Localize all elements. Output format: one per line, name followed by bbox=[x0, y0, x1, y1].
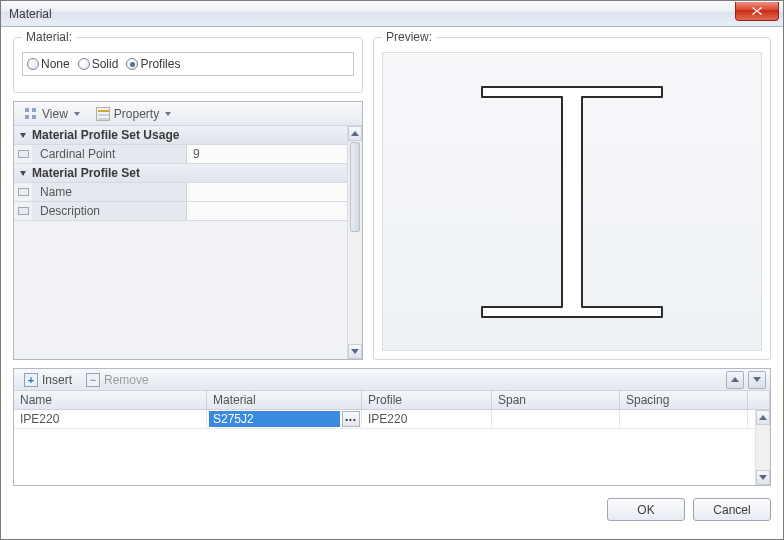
remove-button[interactable]: − Remove bbox=[80, 371, 155, 389]
row-icon bbox=[18, 207, 29, 215]
arrow-down-icon bbox=[753, 377, 761, 382]
group-profile-set-usage[interactable]: Material Profile Set Usage bbox=[14, 126, 347, 145]
col-material[interactable]: Material bbox=[207, 391, 362, 409]
scroll-up-button[interactable] bbox=[348, 126, 362, 141]
plus-icon: + bbox=[24, 373, 38, 387]
property-icon bbox=[96, 107, 110, 121]
radio-profiles[interactable]: Profiles bbox=[126, 57, 180, 71]
close-button[interactable] bbox=[735, 2, 779, 21]
window-title: Material bbox=[9, 7, 52, 21]
property-toolbar: View Property bbox=[14, 102, 362, 126]
row-cardinal-point[interactable]: Cardinal Point 9 bbox=[14, 145, 347, 164]
group2-label: Material Profile Set bbox=[32, 166, 140, 180]
col-pad bbox=[748, 391, 770, 409]
cell-profile[interactable]: IPE220 bbox=[362, 410, 492, 428]
view-icon bbox=[24, 107, 38, 121]
cardinal-point-key: Cardinal Point bbox=[32, 145, 187, 163]
profile-list-panel: + Insert − Remove Name Material Profile bbox=[13, 368, 771, 486]
group-profile-set[interactable]: Material Profile Set bbox=[14, 164, 347, 183]
cell-span[interactable] bbox=[492, 410, 620, 428]
radio-solid-label: Solid bbox=[92, 57, 119, 71]
move-up-button[interactable] bbox=[726, 371, 744, 389]
preview-panel: Preview: bbox=[373, 37, 771, 360]
row-name[interactable]: Name bbox=[14, 183, 347, 202]
arrow-up-icon bbox=[351, 131, 359, 136]
chevron-down-icon bbox=[165, 112, 171, 116]
radio-solid[interactable]: Solid bbox=[78, 57, 119, 71]
remove-label: Remove bbox=[104, 373, 149, 387]
material-picker-button[interactable]: ••• bbox=[342, 411, 360, 427]
radio-none-indicator bbox=[27, 58, 39, 70]
material-fieldset-label: Material: bbox=[22, 30, 76, 44]
material-fieldset: Material: None Solid Profiles bbox=[13, 37, 363, 93]
preview-label: Preview: bbox=[382, 30, 436, 44]
material-radio-group: None Solid Profiles bbox=[22, 52, 354, 76]
radio-profiles-indicator bbox=[126, 58, 138, 70]
property-panel: View Property Mate bbox=[13, 101, 363, 360]
description-value[interactable] bbox=[187, 202, 347, 220]
col-profile[interactable]: Profile bbox=[362, 391, 492, 409]
table-header: Name Material Profile Span Spacing bbox=[14, 391, 770, 410]
cancel-label: Cancel bbox=[713, 503, 750, 517]
cell-material[interactable]: S275J2 ••• bbox=[207, 410, 362, 428]
ok-button[interactable]: OK bbox=[607, 498, 685, 521]
table-scrollbar[interactable] bbox=[755, 410, 770, 485]
table-body: IPE220 S275J2 ••• IPE220 bbox=[14, 410, 770, 485]
radio-profiles-label: Profiles bbox=[140, 57, 180, 71]
preview-canvas bbox=[382, 52, 762, 351]
row-description[interactable]: Description bbox=[14, 202, 347, 221]
radio-solid-indicator bbox=[78, 58, 90, 70]
dialog-footer: OK Cancel bbox=[13, 494, 771, 521]
property-dropdown[interactable]: Property bbox=[90, 104, 177, 124]
cardinal-point-value[interactable]: 9 bbox=[187, 145, 347, 163]
scroll-down-button[interactable] bbox=[348, 344, 362, 359]
material-dialog: Material Material: None bbox=[0, 0, 784, 540]
close-icon bbox=[751, 6, 763, 16]
move-down-button[interactable] bbox=[748, 371, 766, 389]
scroll-thumb[interactable] bbox=[350, 142, 360, 232]
property-grid: Material Profile Set Usage Cardinal Poin… bbox=[14, 126, 362, 359]
table-row[interactable]: IPE220 S275J2 ••• IPE220 bbox=[14, 410, 770, 429]
titlebar: Material bbox=[1, 1, 783, 27]
group1-label: Material Profile Set Usage bbox=[32, 128, 179, 142]
row-icon bbox=[18, 150, 29, 158]
arrow-up-icon bbox=[731, 377, 739, 382]
arrow-down-icon bbox=[759, 475, 767, 480]
material-value-selected: S275J2 bbox=[209, 411, 340, 427]
scroll-down-button[interactable] bbox=[756, 470, 770, 485]
ibeam-icon bbox=[447, 67, 697, 337]
property-label: Property bbox=[114, 107, 159, 121]
cell-name[interactable]: IPE220 bbox=[14, 410, 207, 428]
cancel-button[interactable]: Cancel bbox=[693, 498, 771, 521]
radio-none-label: None bbox=[41, 57, 70, 71]
cell-spacing[interactable] bbox=[620, 410, 748, 428]
row-icon bbox=[18, 188, 29, 196]
scroll-up-button[interactable] bbox=[756, 410, 770, 425]
collapse-icon bbox=[20, 171, 26, 176]
description-key: Description bbox=[32, 202, 187, 220]
ok-label: OK bbox=[637, 503, 654, 517]
radio-none[interactable]: None bbox=[27, 57, 70, 71]
collapse-icon bbox=[20, 133, 26, 138]
view-dropdown[interactable]: View bbox=[18, 104, 86, 124]
arrow-up-icon bbox=[759, 415, 767, 420]
name-key: Name bbox=[32, 183, 187, 201]
view-label: View bbox=[42, 107, 68, 121]
col-span[interactable]: Span bbox=[492, 391, 620, 409]
col-name[interactable]: Name bbox=[14, 391, 207, 409]
insert-button[interactable]: + Insert bbox=[18, 371, 78, 389]
list-toolbar: + Insert − Remove bbox=[14, 369, 770, 391]
chevron-down-icon bbox=[74, 112, 80, 116]
property-scrollbar[interactable] bbox=[347, 126, 362, 359]
col-spacing[interactable]: Spacing bbox=[620, 391, 748, 409]
name-value[interactable] bbox=[187, 183, 347, 201]
insert-label: Insert bbox=[42, 373, 72, 387]
minus-icon: − bbox=[86, 373, 100, 387]
arrow-down-icon bbox=[351, 349, 359, 354]
